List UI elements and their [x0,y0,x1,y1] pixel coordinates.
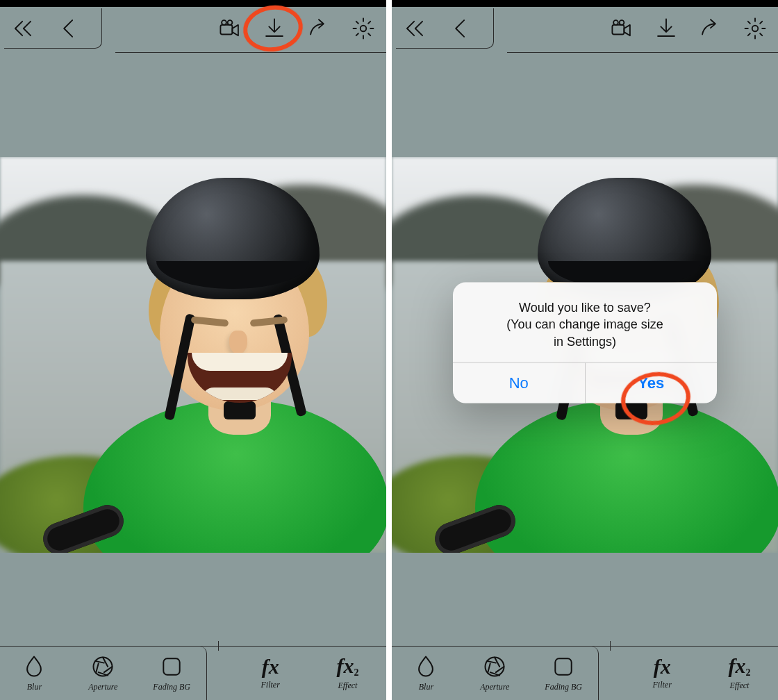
canvas-bottom-spacer [0,553,386,646]
tool-effect[interactable]: fx2 Effect [309,647,386,700]
tool-label: Blur [27,682,42,692]
droplet-icon [22,654,47,679]
toolbar-underline [115,52,386,53]
share-arrow-icon [307,17,331,40]
back-all-button[interactable] [10,15,36,42]
download-button[interactable] [261,15,288,42]
tool-label: Effect [338,681,357,691]
tool-label: Fading BG [153,682,190,692]
toolbar-group-divider [207,647,232,700]
top-toolbar [0,7,386,50]
tool-fading-bg[interactable]: Fading BG [138,647,206,700]
fx2-icon: fx2 [336,656,358,678]
rounded-square-icon [159,654,184,679]
screenshot-left: Blur Aperture Fading BG fx Filter fx2 Ef… [0,0,386,700]
svg-point-1 [222,20,226,25]
svg-rect-5 [163,658,179,674]
settings-button[interactable] [350,15,376,42]
tool-aperture[interactable]: Aperture [69,647,138,700]
dialog-line: (You can change image size [468,316,702,333]
svg-point-2 [228,20,233,25]
fx-icon: fx [262,656,279,677]
bottom-toolbar: Blur Aperture Fading BG fx Filter fx2 Ef… [0,646,386,700]
status-bar [0,0,386,7]
dialog-actions: No Yes [453,362,717,403]
top-toolbar-actions [217,15,382,42]
canvas-top-spacer [0,50,386,157]
aperture-icon [90,654,115,679]
share-button[interactable] [306,15,332,42]
tool-filter[interactable]: fx Filter [232,647,309,700]
gear-icon [351,17,375,40]
download-icon [263,17,286,40]
tool-blur[interactable]: Blur [0,647,69,700]
image-canvas[interactable] [0,157,386,553]
save-dialog: Would you like to save? (You can change … [453,283,717,403]
video-camera-icon [218,17,242,40]
dialog-no-button[interactable]: No [453,363,585,403]
chevrons-left-icon [11,17,35,40]
video-button[interactable] [217,15,243,42]
svg-point-3 [361,26,367,32]
tool-label: Aperture [88,682,117,692]
svg-rect-0 [220,25,232,35]
top-toolbar-nav [4,8,102,49]
dialog-message: Would you like to save? (You can change … [453,283,717,362]
tool-label: Filter [261,680,280,690]
chevron-left-icon [57,17,81,40]
edited-photo [0,157,386,553]
screenshot-right: Blur Aperture Fading BG fx Filter fx2 Ef… [392,0,778,700]
dialog-line: in Settings) [468,333,702,349]
back-button[interactable] [56,15,82,42]
dialog-yes-button[interactable]: Yes [585,363,718,403]
dialog-backdrop: Would you like to save? (You can change … [392,0,778,700]
dialog-line: Would you like to save? [468,299,702,316]
